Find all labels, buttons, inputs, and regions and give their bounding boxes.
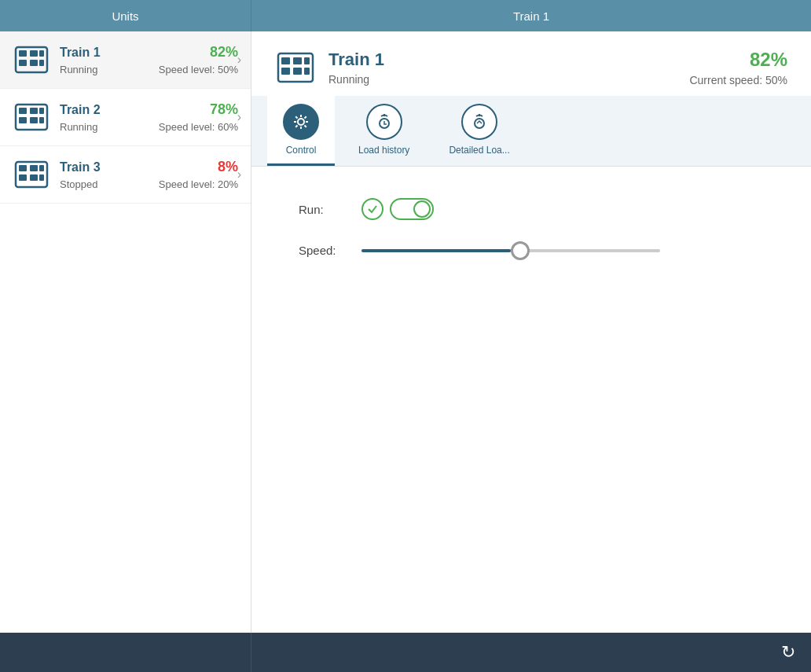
svg-rect-13 [39,117,44,123]
device-percent: 82% [689,49,787,71]
train-status-2: Running [60,121,97,133]
tab-load-history-icon-circle [366,104,402,140]
device-title: Train 1 [328,50,384,70]
train-name-2: Train 2 [60,103,101,117]
svg-rect-25 [293,68,302,75]
svg-rect-17 [19,174,27,181]
svg-rect-2 [30,50,38,57]
train-item-1[interactable]: Train 1 82% Running Speed level: 50% › [0,31,251,89]
device-speed: Current speed: 50% [689,74,787,86]
svg-rect-9 [30,108,38,114]
svg-rect-6 [39,60,44,66]
speed-slider-container [361,249,764,252]
train-info-2: Train 2 78% Running Speed level: 60% [60,101,238,133]
main-title: Train 1 [513,9,549,23]
svg-rect-18 [30,174,38,181]
svg-rect-10 [19,117,27,123]
sidebar: Train 1 82% Running Speed level: 50% › [0,31,251,633]
train-icon-1 [13,41,50,79]
svg-rect-24 [281,68,290,75]
tabs-bar: Control Load history [251,96,811,167]
svg-rect-26 [304,57,310,64]
speed-control-row: Speed: [299,244,764,257]
device-info: Train 1 Running [328,50,384,86]
run-control-row: Run: [299,198,764,220]
speed-slider-thumb[interactable] [511,241,530,260]
tab-load-history-label: Load history [358,145,409,156]
tab-detailed-load[interactable]: Detailed Loa... [433,96,525,166]
train-status-1: Running [60,64,97,75]
svg-rect-27 [304,68,310,75]
svg-line-33 [295,116,297,118]
svg-rect-23 [293,57,302,64]
svg-rect-20 [39,174,44,181]
sidebar-title: Units [112,9,138,23]
sidebar-header: Units [0,0,251,31]
device-header: Train 1 Running 82% Current speed: 50% [251,31,811,96]
svg-line-35 [305,116,306,118]
svg-point-39 [475,119,484,128]
train-info-1: Train 1 82% Running Speed level: 50% [60,44,238,75]
run-toggle[interactable] [390,198,434,220]
train-item-2[interactable]: Train 2 78% Running Speed level: 60% › [0,89,251,146]
train-speed-1: Speed level: 50% [159,64,238,75]
train-speed-3: Speed level: 20% [159,178,238,190]
run-check-icon [361,198,383,220]
main-header: Train 1 [251,0,811,31]
svg-rect-8 [19,108,27,114]
control-panel: Run: Speed: [251,167,811,633]
device-header-left: Train 1 Running [275,47,384,88]
train-percent-2: 78% [210,101,238,118]
svg-rect-22 [281,57,290,64]
tab-control[interactable]: Control [267,96,335,166]
svg-line-36 [295,126,297,127]
run-toggle-knob [413,200,431,218]
train-percent-1: 82% [210,44,238,61]
svg-rect-1 [19,50,27,57]
speed-label: Speed: [299,244,361,257]
refresh-icon[interactable]: ↻ [781,642,795,663]
svg-rect-4 [30,60,38,66]
device-header-right: 82% Current speed: 50% [689,49,787,86]
svg-point-28 [298,119,304,125]
train-name-3: Train 3 [60,160,101,174]
svg-rect-15 [19,165,27,171]
right-panel: Train 1 Running 82% Current speed: 50% [251,31,811,633]
run-toggle-container [361,198,434,220]
train-status-3: Stopped [60,178,97,190]
device-icon [275,47,316,88]
tab-control-label: Control [286,145,317,156]
bottom-bar-left [0,633,251,672]
train-chevron-3: › [237,167,241,182]
svg-rect-19 [39,165,44,171]
speed-slider-fill [361,249,511,252]
tab-detailed-load-icon-circle [461,104,497,140]
svg-line-34 [305,126,306,127]
train-chevron-1: › [237,53,241,67]
device-status: Running [328,73,384,86]
svg-rect-5 [39,50,44,57]
bottom-bar-right: ↻ [251,633,811,672]
train-icon-2 [13,98,50,136]
train-icon-3 [13,156,50,193]
svg-rect-16 [30,165,38,171]
train-speed-2: Speed level: 60% [159,121,238,133]
tab-detailed-load-label: Detailed Loa... [449,145,509,156]
bottom-bar: ↻ [0,633,811,672]
train-name-1: Train 1 [60,46,101,60]
train-info-3: Train 3 8% Stopped Speed level: 20% [60,159,238,190]
train-percent-3: 8% [218,159,238,175]
svg-rect-12 [39,108,44,114]
svg-rect-11 [30,117,38,123]
tab-load-history[interactable]: Load history [343,96,425,166]
speed-slider-track [361,249,660,252]
run-label: Run: [299,203,361,216]
tab-control-icon-circle [283,104,319,140]
train-chevron-2: › [237,110,241,124]
train-item-3[interactable]: Train 3 8% Stopped Speed level: 20% › [0,146,251,204]
svg-rect-3 [19,60,27,66]
